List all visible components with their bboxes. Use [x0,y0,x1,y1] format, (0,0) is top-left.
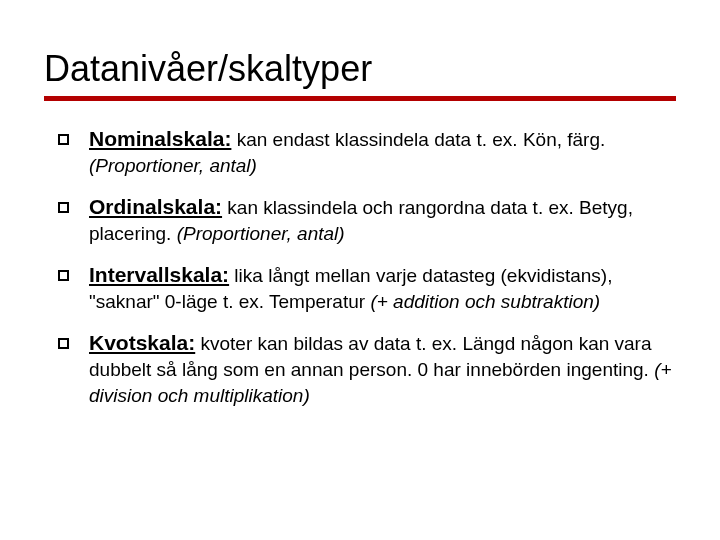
term: Kvotskala: [89,331,195,354]
list-item: Kvotskala: kvoter kan bildas av data t. … [58,329,676,409]
square-bullet-icon [58,338,69,349]
list-item-text: Intervallskala: lika långt mellan varje … [89,261,676,315]
term: Nominalskala: [89,127,231,150]
square-bullet-icon [58,270,69,281]
slide-title: Datanivåer/skaltyper [44,48,676,90]
italic-note: (Proportioner, antal) [177,223,345,244]
square-bullet-icon [58,202,69,213]
list-item: Nominalskala: kan endast klassindela dat… [58,125,676,179]
list-item: Intervallskala: lika långt mellan varje … [58,261,676,315]
list-item-text: Kvotskala: kvoter kan bildas av data t. … [89,329,676,409]
list-item: Ordinalskala: kan klassindela och rangor… [58,193,676,247]
bullet-list: Nominalskala: kan endast klassindela dat… [44,125,676,409]
list-item-text: Nominalskala: kan endast klassindela dat… [89,125,676,179]
square-bullet-icon [58,134,69,145]
italic-note: (+ addition och subtraktion) [370,291,600,312]
title-underline [44,96,676,101]
term: Intervallskala: [89,263,229,286]
list-item-text: Ordinalskala: kan klassindela och rangor… [89,193,676,247]
description: kan endast klassindela data t. ex. Kön, … [231,129,605,150]
slide: Datanivåer/skaltyper Nominalskala: kan e… [0,0,720,463]
term: Ordinalskala: [89,195,222,218]
italic-note: (Proportioner, antal) [89,155,257,176]
